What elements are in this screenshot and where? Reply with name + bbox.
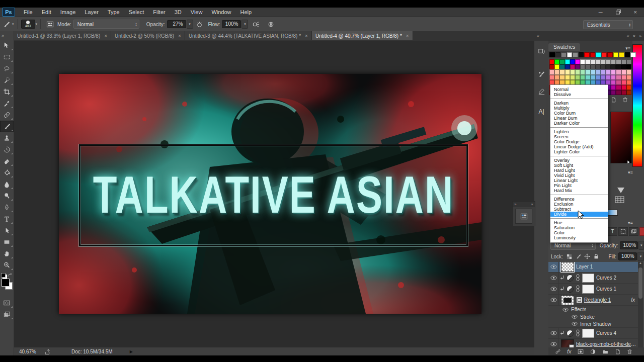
swatch[interactable] (616, 80, 621, 85)
pen-tool[interactable] (0, 202, 14, 213)
layer-opacity-value[interactable]: 100% (620, 241, 638, 249)
swatch[interactable] (565, 59, 570, 64)
swatch[interactable] (626, 90, 631, 95)
color-field[interactable] (610, 112, 632, 163)
path-select-tool[interactable] (0, 225, 14, 236)
brush-presets-panel-icon[interactable] (534, 68, 548, 81)
tool-presets-panel-icon[interactable] (534, 85, 548, 98)
new-swatch-icon[interactable] (610, 97, 617, 103)
app-logo-icon[interactable]: Ps (2, 8, 15, 17)
swatch[interactable] (606, 59, 611, 64)
swatch[interactable] (601, 64, 606, 69)
delete-swatch-icon[interactable] (622, 97, 628, 103)
scroll-up-icon[interactable]: ▲ (639, 261, 642, 264)
swatch[interactable] (616, 90, 621, 95)
swatch[interactable] (555, 52, 561, 57)
swatch[interactable] (626, 69, 631, 74)
collapse-tools-icon[interactable]: » (2, 33, 4, 38)
swatch[interactable] (596, 52, 601, 57)
default-colors-icon[interactable] (1, 273, 6, 278)
menu-filter[interactable]: Filter (148, 9, 170, 15)
swatch[interactable] (585, 59, 590, 64)
menu-layer[interactable]: Layer (80, 9, 103, 15)
swatch[interactable] (580, 59, 585, 64)
swatch[interactable] (606, 75, 611, 80)
blend-mode-option[interactable]: Overlay (550, 158, 608, 163)
layer-style-icon[interactable]: fx (567, 348, 572, 354)
tab-close-icon[interactable]: × (178, 33, 181, 39)
quick-select-tool[interactable] (0, 74, 14, 86)
blend-mode-option[interactable]: Soft Light (550, 163, 608, 168)
swatch[interactable] (585, 64, 590, 69)
swatch[interactable] (601, 69, 606, 74)
swatch[interactable] (625, 52, 630, 57)
screen-mode-button[interactable] (0, 309, 14, 320)
document-tab[interactable]: Untitled-2 @ 50% (RGB/8)× (111, 31, 185, 40)
shape-layer-thumbnail[interactable] (561, 295, 574, 305)
blend-mode-option[interactable]: Linear Light (550, 178, 608, 183)
layer-name[interactable]: Layer 1 (576, 264, 593, 269)
document-tab[interactable]: Untitled-1 @ 33.3% (Layer 1, RGB/8)× (14, 31, 111, 40)
blend-mode-option[interactable]: Difference (550, 197, 608, 202)
swatch[interactable] (554, 75, 559, 80)
swatch[interactable] (606, 69, 611, 74)
swatch[interactable] (575, 75, 580, 80)
blend-mode-option[interactable]: Screen (550, 134, 608, 139)
swatch[interactable] (549, 75, 554, 80)
shape-tool[interactable] (0, 236, 14, 248)
tab-swatches[interactable]: Swatches (548, 43, 580, 51)
minimize-button[interactable]: ─ (599, 9, 603, 15)
close-panel-icon[interactable]: × (629, 34, 639, 39)
lock-pixels-icon[interactable] (574, 253, 583, 260)
visibility-eye-icon[interactable] (548, 273, 559, 283)
blend-mode-option[interactable]: Darken (550, 101, 608, 106)
swatch[interactable] (596, 75, 601, 80)
blend-mode-option[interactable]: Linear Burn (550, 116, 608, 121)
healing-brush-tool[interactable] (0, 109, 14, 121)
color-lookup-adjustment-icon[interactable] (615, 196, 625, 204)
effect-row-inner-shadow[interactable]: Inner Shadow (548, 320, 638, 328)
layer-name[interactable]: Rectangle 1 (584, 297, 611, 303)
crop-tool[interactable] (0, 86, 14, 98)
menu-type[interactable]: Type (103, 9, 124, 15)
swatch[interactable] (621, 75, 626, 80)
swatch[interactable] (580, 69, 585, 74)
zoom-level-value[interactable]: 40.67% (19, 349, 36, 354)
swatch[interactable] (611, 75, 616, 80)
swatch[interactable] (611, 85, 616, 90)
swatch[interactable] (626, 59, 631, 64)
new-adjustment-layer-icon[interactable] (590, 348, 596, 355)
swatch[interactable] (549, 52, 555, 57)
menu-select[interactable]: Select (124, 9, 149, 15)
swatch[interactable] (575, 69, 580, 74)
swatch[interactable] (596, 64, 601, 69)
swatch[interactable] (554, 69, 559, 74)
flow-value[interactable]: 100% (222, 20, 241, 28)
blend-mode-option[interactable]: Dissolve (550, 92, 608, 97)
blend-mode-option[interactable]: Pin Light (550, 183, 608, 188)
layer-mask-thumbnail[interactable] (582, 329, 594, 338)
swatch[interactable] (591, 59, 596, 64)
delete-layer-icon[interactable] (626, 348, 633, 355)
menu-edit[interactable]: Edit (37, 9, 56, 15)
collapse-dock-icon[interactable]: « (534, 34, 539, 39)
swatch[interactable] (559, 59, 565, 64)
swatch[interactable] (613, 52, 619, 57)
smart-object-thumbnail[interactable] (561, 339, 574, 348)
visibility-eye-icon[interactable] (548, 261, 559, 272)
document-tab[interactable]: Untitled-3 @ 44.4% (TALKATIVE ASIAN, RGB… (185, 31, 312, 40)
tab-close-icon[interactable]: × (406, 33, 409, 39)
blend-mode-option[interactable]: Saturation (550, 225, 608, 230)
clone-source-panel-icon[interactable] (534, 45, 548, 58)
foreground-color-swatch[interactable] (2, 279, 10, 287)
swatch[interactable] (621, 85, 626, 90)
menu-3d[interactable]: 3D (170, 9, 186, 15)
visibility-eye-icon[interactable] (548, 339, 559, 347)
swatch[interactable] (621, 64, 626, 69)
swatch[interactable] (630, 52, 636, 57)
workspace-select[interactable]: Essentials ▴▾ (583, 20, 633, 29)
swatch[interactable] (584, 52, 590, 57)
adjustments-panel-menu-icon[interactable]: ▾≡ (628, 170, 635, 175)
canvas-pasteboard[interactable]: TALKATIVE ASIAN (14, 41, 534, 347)
swatch[interactable] (616, 85, 621, 90)
